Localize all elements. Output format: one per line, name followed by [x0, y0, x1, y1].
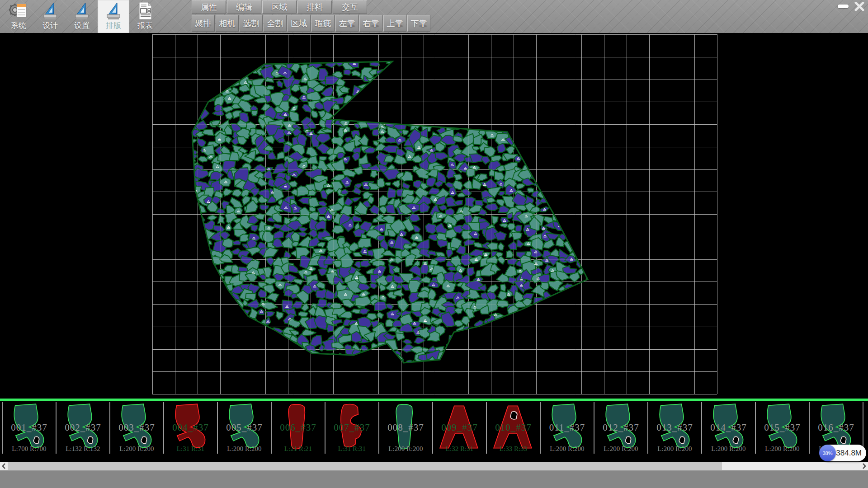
status-bar	[0, 470, 868, 488]
piece-id-label: 002_#37	[57, 422, 109, 433]
menu-item-label: 编辑	[236, 2, 252, 13]
app-button-label: 设置	[74, 21, 90, 31]
piece-id-label: 010_#37	[487, 422, 540, 433]
piece-lr-count-label: L:21 R:21	[272, 445, 325, 453]
menu-item-1[interactable]: 属性	[192, 0, 226, 14]
menu-item-3[interactable]: 区域	[262, 0, 297, 14]
nesting-canvas[interactable]	[0, 33, 868, 399]
app-button-label: 设计	[42, 21, 58, 31]
piece-lr-count-label: L:200 R:200	[756, 445, 809, 453]
menu-item-4[interactable]: 排料	[297, 0, 332, 14]
action-button-5[interactable]: 区域	[288, 15, 311, 32]
piece-id-label: 003_#37	[110, 422, 163, 433]
app-button-4[interactable]: 排版	[98, 0, 129, 33]
piece-thumbnail-cell-4[interactable]: 004_#37L:31 R:31	[164, 402, 218, 454]
close-icon	[854, 2, 864, 11]
menu-item-2[interactable]: 编辑	[227, 0, 261, 14]
menu-item-label: 区域	[271, 2, 288, 13]
app-button-label: 报表	[137, 21, 153, 31]
scrollbar-thumb[interactable]	[8, 462, 722, 470]
memory-value: 384.8M	[836, 449, 862, 458]
minimize-button[interactable]	[836, 1, 850, 12]
piece-thumbnail-cell-5[interactable]: 005_#37L:200 R:200	[218, 402, 272, 454]
piece-id-label: 004_#37	[164, 422, 217, 433]
action-button-label: 下靠	[411, 18, 427, 29]
action-button-1[interactable]: 聚排	[192, 15, 215, 32]
settings-setsquare-icon	[72, 1, 91, 21]
piece-lr-count-label: L:31 R:31	[164, 445, 217, 453]
action-button-3[interactable]: 选割	[240, 15, 263, 32]
action-button-9[interactable]: 上靠	[383, 15, 406, 32]
menu-item-label: 属性	[201, 2, 217, 13]
piece-thumbnail-cell-11[interactable]: 011_#37L:200 R:200	[541, 402, 594, 454]
scroll-left-arrow[interactable]	[0, 462, 8, 470]
piece-lr-count-label: L:200 R:200	[648, 445, 701, 453]
piece-lr-count-label: L:31 R:31	[326, 445, 378, 453]
action-button-8[interactable]: 右靠	[359, 15, 382, 32]
layout-setsquare-icon	[104, 1, 123, 21]
piece-id-label: 005_#37	[218, 422, 271, 433]
minimize-icon	[838, 5, 849, 8]
action-button-label: 瑕疵	[315, 18, 331, 29]
piece-thumbnail-cell-1[interactable]: 001_#37L:700 R:700	[2, 402, 57, 454]
piece-id-label: 013_#37	[648, 422, 701, 433]
system-gear-icon	[9, 1, 28, 21]
piece-lr-count-label: L:200 R:200	[110, 445, 163, 453]
piece-thumbnail-cell-6[interactable]: 006_#37L:21 R:21	[272, 402, 326, 454]
piece-thumbnail-cell-13[interactable]: 013_#37L:200 R:200	[648, 402, 702, 454]
action-button-label: 右靠	[363, 18, 379, 29]
piece-thumbnail-cell-10[interactable]: 010_#37L:33 R:33	[487, 402, 541, 454]
piece-thumbnail-cell-7[interactable]: 007_#37L:31 R:31	[326, 402, 379, 454]
piece-thumbnail-cell-14[interactable]: 014_#37L:200 R:200	[702, 402, 756, 454]
menu-bar: 属性编辑区域排料交互	[192, 0, 367, 14]
piece-id-label: 006_#37	[272, 422, 325, 433]
piece-thumbnail-cell-15[interactable]: 015_#37L:200 R:200	[756, 402, 810, 454]
piece-id-label: 014_#37	[702, 422, 755, 433]
action-button-label: 左靠	[339, 18, 355, 29]
piece-thumbnail-strip: 001_#37L:700 R:700002_#37L:132 R:132003_…	[0, 399, 868, 462]
piece-id-label: 012_#37	[594, 422, 647, 433]
piece-thumbnail-cell-3[interactable]: 003_#37L:200 R:200	[110, 402, 164, 454]
piece-lr-count-label: L:200 R:200	[541, 445, 594, 453]
action-button-label: 上靠	[387, 18, 403, 29]
app-button-1[interactable]: 系统	[3, 0, 34, 33]
action-button-10[interactable]: 下靠	[407, 15, 430, 32]
action-button-label: 全割	[267, 18, 283, 29]
strip-divider	[0, 399, 868, 401]
action-button-4[interactable]: 全割	[264, 15, 287, 32]
progress-badge[interactable]: 38%	[819, 445, 836, 461]
piece-thumbnail-cell-2[interactable]: 002_#37L:132 R:132	[57, 402, 110, 454]
piece-cells: 001_#37L:700 R:700002_#37L:132 R:132003_…	[2, 402, 868, 454]
piece-thumbnail-cell-8[interactable]: 008_#37L:200 R:200	[379, 402, 433, 454]
action-button-label: 聚排	[195, 18, 212, 29]
scroll-right-arrow[interactable]	[860, 462, 868, 470]
horizontal-scrollbar[interactable]	[0, 462, 868, 470]
action-button-7[interactable]: 左靠	[335, 15, 359, 32]
action-button-row: 聚排相机选割全割区域瑕疵左靠右靠上靠下靠	[192, 15, 430, 32]
piece-lr-count-label: L:200 R:200	[594, 445, 647, 453]
piece-id-label: 009_#37	[433, 422, 486, 433]
piece-thumbnail-cell-17[interactable]: 017_#37L:200 R:200	[863, 402, 868, 454]
app-button-5[interactable]: 报表	[129, 0, 161, 33]
top-toolbar: 系统设计设置排版报表 属性编辑区域排料交互 聚排相机选割全割区域瑕疵左靠右靠上靠…	[0, 0, 868, 33]
piece-lr-count-label: L:200 R:200	[702, 445, 755, 453]
piece-thumbnail-cell-12[interactable]: 012_#37L:200 R:200	[594, 402, 648, 454]
design-setsquare-icon	[41, 1, 60, 21]
action-button-2[interactable]: 相机	[216, 15, 239, 32]
app-button-2[interactable]: 设计	[34, 0, 66, 33]
action-button-label: 选割	[243, 18, 259, 29]
piece-id-label: 017_#37	[863, 422, 868, 433]
piece-lr-count-label: L:33 R:33	[487, 445, 540, 453]
app-button-3[interactable]: 设置	[66, 0, 98, 33]
piece-id-label: 016_#37	[810, 422, 863, 433]
piece-id-label: 001_#37	[3, 422, 56, 433]
menu-item-5[interactable]: 交互	[333, 0, 367, 14]
piece-id-label: 007_#37	[326, 422, 378, 433]
close-button[interactable]	[853, 1, 866, 12]
window-controls	[836, 1, 866, 12]
piece-thumbnail-cell-9[interactable]: 009_#37L:32 R:31	[433, 402, 487, 454]
piece-lr-count-label: L:200 R:200	[379, 445, 432, 453]
action-button-6[interactable]: 瑕疵	[311, 15, 335, 32]
piece-lr-count-label: L:32 R:31	[433, 445, 486, 453]
piece-id-label: 011_#37	[541, 422, 594, 433]
